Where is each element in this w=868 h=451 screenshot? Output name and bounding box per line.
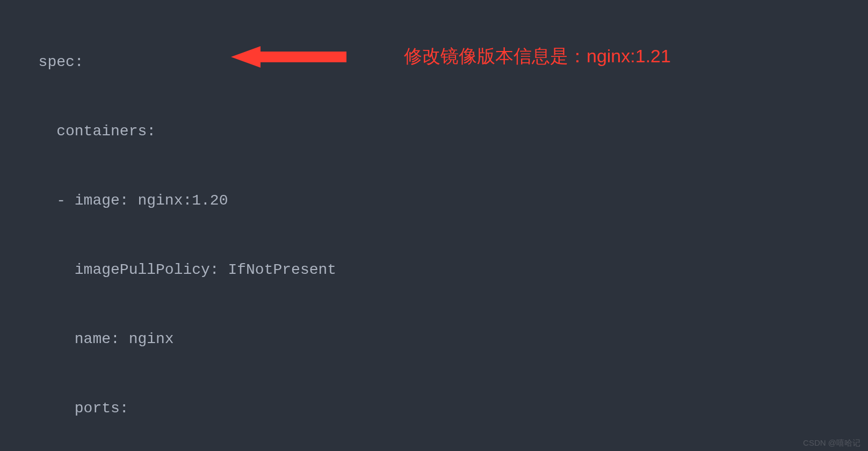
- code-line: ports:: [20, 397, 868, 420]
- code-line: - image: nginx:1.20: [20, 189, 868, 212]
- code-line: imagePullPolicy: IfNotPresent: [20, 258, 868, 281]
- code-line: name: nginx: [20, 328, 868, 351]
- code-line: containers:: [20, 120, 868, 143]
- svg-marker-0: [231, 46, 346, 68]
- arrow-icon: [231, 44, 349, 70]
- watermark-text: CSDN @嘻哈记: [803, 438, 860, 448]
- annotation-text: 修改镜像版本信息是：nginx:1.21: [404, 44, 671, 69]
